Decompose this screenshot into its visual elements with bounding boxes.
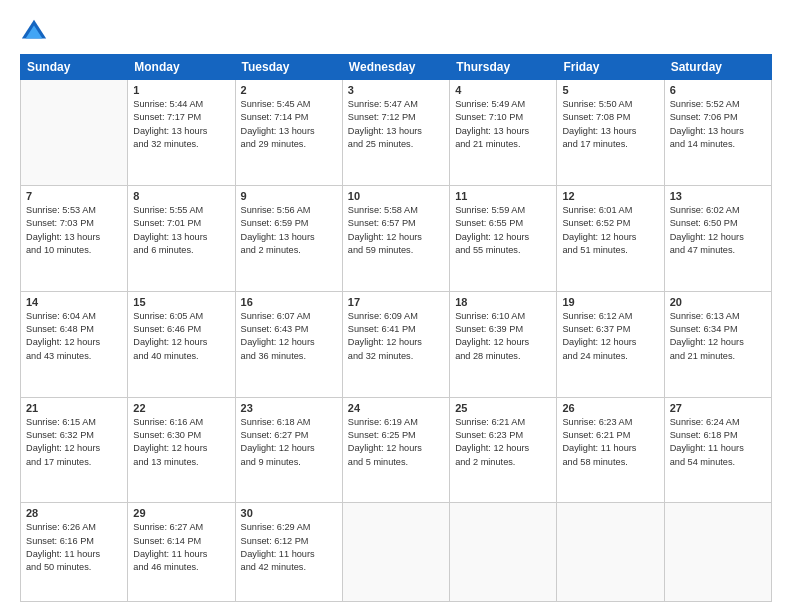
day-number: 15	[133, 296, 229, 308]
day-info: Sunrise: 5:44 AMSunset: 7:17 PMDaylight:…	[133, 98, 229, 151]
calendar-cell: 5Sunrise: 5:50 AMSunset: 7:08 PMDaylight…	[557, 80, 664, 186]
week-row-3: 14Sunrise: 6:04 AMSunset: 6:48 PMDayligh…	[21, 291, 772, 397]
calendar-cell: 16Sunrise: 6:07 AMSunset: 6:43 PMDayligh…	[235, 291, 342, 397]
day-info: Sunrise: 6:07 AMSunset: 6:43 PMDaylight:…	[241, 310, 337, 363]
day-info: Sunrise: 5:47 AMSunset: 7:12 PMDaylight:…	[348, 98, 444, 151]
day-info: Sunrise: 6:05 AMSunset: 6:46 PMDaylight:…	[133, 310, 229, 363]
calendar-cell: 7Sunrise: 5:53 AMSunset: 7:03 PMDaylight…	[21, 185, 128, 291]
header	[20, 18, 772, 46]
header-day-tuesday: Tuesday	[235, 55, 342, 80]
calendar-cell: 18Sunrise: 6:10 AMSunset: 6:39 PMDayligh…	[450, 291, 557, 397]
calendar-cell: 28Sunrise: 6:26 AMSunset: 6:16 PMDayligh…	[21, 503, 128, 602]
calendar-cell: 10Sunrise: 5:58 AMSunset: 6:57 PMDayligh…	[342, 185, 449, 291]
calendar-cell: 29Sunrise: 6:27 AMSunset: 6:14 PMDayligh…	[128, 503, 235, 602]
day-number: 24	[348, 402, 444, 414]
day-number: 30	[241, 507, 337, 519]
day-number: 1	[133, 84, 229, 96]
day-info: Sunrise: 5:55 AMSunset: 7:01 PMDaylight:…	[133, 204, 229, 257]
day-number: 22	[133, 402, 229, 414]
calendar-cell: 2Sunrise: 5:45 AMSunset: 7:14 PMDaylight…	[235, 80, 342, 186]
day-info: Sunrise: 5:53 AMSunset: 7:03 PMDaylight:…	[26, 204, 122, 257]
page: SundayMondayTuesdayWednesdayThursdayFrid…	[0, 0, 792, 612]
calendar-cell: 15Sunrise: 6:05 AMSunset: 6:46 PMDayligh…	[128, 291, 235, 397]
header-day-saturday: Saturday	[664, 55, 771, 80]
header-day-monday: Monday	[128, 55, 235, 80]
calendar-cell	[664, 503, 771, 602]
calendar-body: 1Sunrise: 5:44 AMSunset: 7:17 PMDaylight…	[21, 80, 772, 602]
day-number: 25	[455, 402, 551, 414]
day-number: 20	[670, 296, 766, 308]
calendar-cell: 1Sunrise: 5:44 AMSunset: 7:17 PMDaylight…	[128, 80, 235, 186]
calendar-cell	[21, 80, 128, 186]
logo-icon	[20, 18, 48, 46]
day-number: 4	[455, 84, 551, 96]
day-number: 7	[26, 190, 122, 202]
day-info: Sunrise: 6:09 AMSunset: 6:41 PMDaylight:…	[348, 310, 444, 363]
day-info: Sunrise: 5:52 AMSunset: 7:06 PMDaylight:…	[670, 98, 766, 151]
day-info: Sunrise: 6:19 AMSunset: 6:25 PMDaylight:…	[348, 416, 444, 469]
header-day-sunday: Sunday	[21, 55, 128, 80]
calendar-cell: 3Sunrise: 5:47 AMSunset: 7:12 PMDaylight…	[342, 80, 449, 186]
day-info: Sunrise: 5:59 AMSunset: 6:55 PMDaylight:…	[455, 204, 551, 257]
header-day-thursday: Thursday	[450, 55, 557, 80]
calendar-cell: 9Sunrise: 5:56 AMSunset: 6:59 PMDaylight…	[235, 185, 342, 291]
day-number: 2	[241, 84, 337, 96]
day-number: 8	[133, 190, 229, 202]
day-info: Sunrise: 6:13 AMSunset: 6:34 PMDaylight:…	[670, 310, 766, 363]
calendar-cell: 8Sunrise: 5:55 AMSunset: 7:01 PMDaylight…	[128, 185, 235, 291]
day-info: Sunrise: 6:18 AMSunset: 6:27 PMDaylight:…	[241, 416, 337, 469]
day-number: 14	[26, 296, 122, 308]
calendar-cell: 25Sunrise: 6:21 AMSunset: 6:23 PMDayligh…	[450, 397, 557, 503]
day-info: Sunrise: 6:16 AMSunset: 6:30 PMDaylight:…	[133, 416, 229, 469]
day-info: Sunrise: 6:02 AMSunset: 6:50 PMDaylight:…	[670, 204, 766, 257]
day-number: 18	[455, 296, 551, 308]
day-info: Sunrise: 6:24 AMSunset: 6:18 PMDaylight:…	[670, 416, 766, 469]
day-number: 3	[348, 84, 444, 96]
week-row-4: 21Sunrise: 6:15 AMSunset: 6:32 PMDayligh…	[21, 397, 772, 503]
day-info: Sunrise: 6:04 AMSunset: 6:48 PMDaylight:…	[26, 310, 122, 363]
day-info: Sunrise: 5:58 AMSunset: 6:57 PMDaylight:…	[348, 204, 444, 257]
calendar-cell: 30Sunrise: 6:29 AMSunset: 6:12 PMDayligh…	[235, 503, 342, 602]
day-number: 27	[670, 402, 766, 414]
day-number: 21	[26, 402, 122, 414]
day-info: Sunrise: 5:49 AMSunset: 7:10 PMDaylight:…	[455, 98, 551, 151]
calendar-cell: 11Sunrise: 5:59 AMSunset: 6:55 PMDayligh…	[450, 185, 557, 291]
day-info: Sunrise: 6:21 AMSunset: 6:23 PMDaylight:…	[455, 416, 551, 469]
day-info: Sunrise: 6:01 AMSunset: 6:52 PMDaylight:…	[562, 204, 658, 257]
calendar-cell: 20Sunrise: 6:13 AMSunset: 6:34 PMDayligh…	[664, 291, 771, 397]
day-number: 10	[348, 190, 444, 202]
week-row-1: 1Sunrise: 5:44 AMSunset: 7:17 PMDaylight…	[21, 80, 772, 186]
day-number: 26	[562, 402, 658, 414]
calendar-cell: 22Sunrise: 6:16 AMSunset: 6:30 PMDayligh…	[128, 397, 235, 503]
day-number: 9	[241, 190, 337, 202]
day-number: 6	[670, 84, 766, 96]
day-info: Sunrise: 5:50 AMSunset: 7:08 PMDaylight:…	[562, 98, 658, 151]
calendar-cell: 14Sunrise: 6:04 AMSunset: 6:48 PMDayligh…	[21, 291, 128, 397]
day-number: 23	[241, 402, 337, 414]
day-info: Sunrise: 6:10 AMSunset: 6:39 PMDaylight:…	[455, 310, 551, 363]
calendar-cell	[450, 503, 557, 602]
calendar-cell: 17Sunrise: 6:09 AMSunset: 6:41 PMDayligh…	[342, 291, 449, 397]
calendar-cell: 27Sunrise: 6:24 AMSunset: 6:18 PMDayligh…	[664, 397, 771, 503]
calendar-header: SundayMondayTuesdayWednesdayThursdayFrid…	[21, 55, 772, 80]
calendar-cell: 12Sunrise: 6:01 AMSunset: 6:52 PMDayligh…	[557, 185, 664, 291]
day-info: Sunrise: 6:26 AMSunset: 6:16 PMDaylight:…	[26, 521, 122, 574]
day-info: Sunrise: 6:15 AMSunset: 6:32 PMDaylight:…	[26, 416, 122, 469]
calendar-cell: 21Sunrise: 6:15 AMSunset: 6:32 PMDayligh…	[21, 397, 128, 503]
calendar-cell: 24Sunrise: 6:19 AMSunset: 6:25 PMDayligh…	[342, 397, 449, 503]
calendar-cell: 23Sunrise: 6:18 AMSunset: 6:27 PMDayligh…	[235, 397, 342, 503]
header-day-wednesday: Wednesday	[342, 55, 449, 80]
calendar-cell: 4Sunrise: 5:49 AMSunset: 7:10 PMDaylight…	[450, 80, 557, 186]
day-number: 5	[562, 84, 658, 96]
day-number: 28	[26, 507, 122, 519]
day-number: 29	[133, 507, 229, 519]
calendar-cell: 19Sunrise: 6:12 AMSunset: 6:37 PMDayligh…	[557, 291, 664, 397]
day-number: 13	[670, 190, 766, 202]
calendar-cell: 13Sunrise: 6:02 AMSunset: 6:50 PMDayligh…	[664, 185, 771, 291]
day-info: Sunrise: 6:12 AMSunset: 6:37 PMDaylight:…	[562, 310, 658, 363]
day-info: Sunrise: 6:27 AMSunset: 6:14 PMDaylight:…	[133, 521, 229, 574]
calendar-table: SundayMondayTuesdayWednesdayThursdayFrid…	[20, 54, 772, 602]
week-row-2: 7Sunrise: 5:53 AMSunset: 7:03 PMDaylight…	[21, 185, 772, 291]
day-number: 11	[455, 190, 551, 202]
header-day-friday: Friday	[557, 55, 664, 80]
